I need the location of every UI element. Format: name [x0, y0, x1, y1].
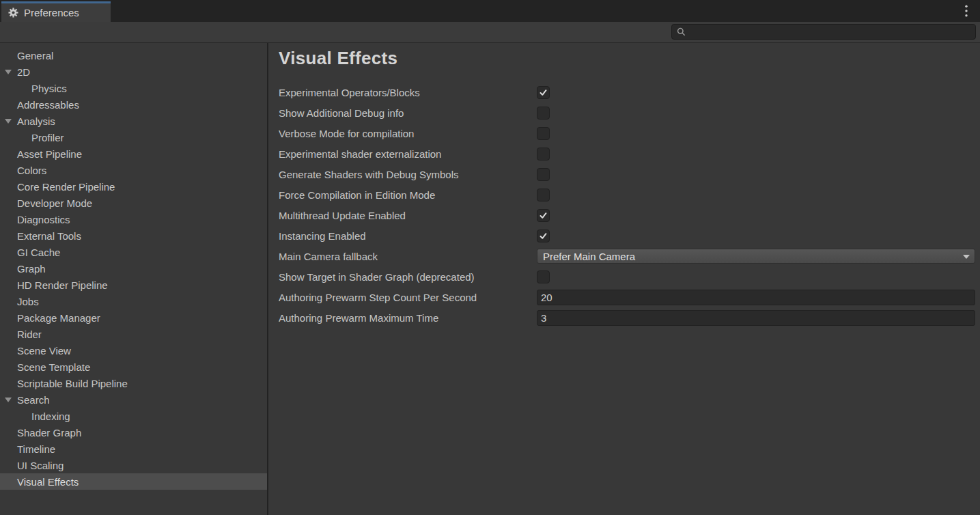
sidebar-item-diagnostics[interactable]: Diagnostics — [0, 211, 267, 227]
setting-row-experimental-operators-blocks: Experimental Operators/Blocks — [279, 82, 975, 102]
sidebar-item-core-render-pipeline[interactable]: Core Render Pipeline — [0, 178, 267, 195]
sidebar-item-scene-template[interactable]: Scene Template — [0, 359, 267, 375]
setting-row-main-camera-fallback: Main Camera fallbackPrefer Main Camera — [279, 246, 975, 266]
sidebar-item-scriptable-build-pipeline[interactable]: Scriptable Build Pipeline — [0, 375, 267, 391]
sidebar-item-label: 2D — [17, 66, 30, 78]
setting-row-multithread-update-enabled: Multithread Update Enabled — [279, 205, 975, 225]
sidebar-item-label: Physics — [31, 83, 67, 94]
sidebar-item-label: HD Render Pipeline — [17, 279, 108, 291]
checkmark-icon — [539, 88, 548, 97]
experimental-operators-blocks-checkbox[interactable] — [537, 86, 550, 99]
show-additional-debug-info-checkbox[interactable] — [537, 107, 550, 120]
sidebar-item-label: Jobs — [17, 296, 39, 307]
settings-list: Experimental Operators/BlocksShow Additi… — [279, 82, 975, 328]
authoring-prewarm-maximum-time-input[interactable] — [537, 310, 975, 326]
experimental-shader-externalization-checkbox[interactable] — [537, 148, 550, 161]
setting-label: Experimental Operators/Blocks — [279, 87, 537, 98]
setting-label: Authoring Prewarm Step Count Per Second — [279, 292, 537, 303]
main-camera-fallback-dropdown[interactable]: Prefer Main Camera — [537, 249, 975, 264]
setting-label: Generate Shaders with Debug Symbols — [279, 169, 537, 180]
force-compilation-in-edition-mode-checkbox[interactable] — [537, 189, 550, 201]
sidebar-item-graph[interactable]: Graph — [0, 260, 267, 277]
sidebar-item-label: Colors — [17, 165, 46, 176]
setting-row-experimental-shader-externalization: Experimental shader externalization — [279, 143, 975, 164]
expander-triangle-icon[interactable] — [5, 398, 12, 402]
sidebar-item-visual-effects[interactable]: Visual Effects — [0, 473, 267, 490]
sidebar-item-label: Indexing — [31, 410, 70, 422]
sidebar-item-developer-mode[interactable]: Developer Mode — [0, 195, 267, 211]
sidebar-item-label: External Tools — [17, 230, 81, 242]
tab-title: Preferences — [24, 7, 79, 18]
instancing-enabled-checkbox[interactable] — [537, 229, 550, 242]
setting-row-verbose-mode-for-compilation: Verbose Mode for compilation — [279, 123, 975, 143]
sidebar-item-label: Search — [17, 394, 50, 406]
setting-row-authoring-prewarm-maximum-time: Authoring Prewarm Maximum Time — [279, 307, 975, 328]
sidebar-item-physics[interactable]: Physics — [0, 80, 267, 96]
sidebar-item-label: Analysis — [17, 115, 55, 127]
sidebar-item-timeline[interactable]: Timeline — [0, 441, 267, 457]
setting-row-show-target-in-shader-graph-deprecated: Show Target in Shader Graph (deprecated) — [279, 266, 975, 287]
sidebar-item-indexing[interactable]: Indexing — [0, 408, 267, 424]
sidebar-item-asset-pipeline[interactable]: Asset Pipeline — [0, 145, 267, 162]
sidebar-item-label: General — [17, 50, 53, 61]
setting-label: Multithread Update Enabled — [279, 210, 537, 221]
authoring-prewarm-step-count-per-second-input[interactable] — [537, 290, 975, 305]
sidebar-item-hd-render-pipeline[interactable]: HD Render Pipeline — [0, 277, 267, 293]
setting-label: Show Additional Debug info — [279, 107, 537, 119]
sidebar-item-label: Visual Effects — [17, 476, 79, 488]
expander-triangle-icon[interactable] — [5, 70, 12, 74]
setting-label: Verbose Mode for compilation — [279, 128, 537, 139]
sidebar-item-label: Addressables — [17, 99, 79, 111]
sidebar-item-profiler[interactable]: Profiler — [0, 129, 267, 145]
sidebar-item-label: Diagnostics — [17, 214, 70, 225]
window-title-bar: Preferences — [0, 0, 980, 22]
sidebar-item-2d[interactable]: 2D — [0, 64, 267, 80]
checkmark-icon — [539, 232, 548, 240]
sidebar-item-ui-scaling[interactable]: UI Scaling — [0, 457, 267, 473]
sidebar-item-label: Package Manager — [17, 312, 100, 324]
sidebar-item-colors[interactable]: Colors — [0, 162, 267, 178]
setting-label: Instancing Enabled — [279, 230, 537, 242]
search-input[interactable] — [689, 24, 975, 40]
checkmark-icon — [539, 211, 548, 220]
sidebar-item-jobs[interactable]: Jobs — [0, 293, 267, 309]
preferences-content: General2DPhysicsAddressablesAnalysisProf… — [0, 43, 980, 515]
generate-shaders-with-debug-symbols-checkbox[interactable] — [537, 168, 550, 181]
setting-label: Authoring Prewarm Maximum Time — [279, 312, 537, 324]
settings-panel: Visual Effects Experimental Operators/Bl… — [268, 43, 980, 515]
gear-icon — [8, 8, 18, 18]
sidebar-item-label: Developer Mode — [17, 197, 92, 209]
setting-row-instancing-enabled: Instancing Enabled — [279, 225, 975, 246]
setting-label: Experimental shader externalization — [279, 148, 537, 160]
sidebar-item-label: Profiler — [31, 132, 64, 143]
setting-row-force-compilation-in-edition-mode: Force Compilation in Edition Mode — [279, 184, 975, 205]
setting-row-show-additional-debug-info: Show Additional Debug info — [279, 102, 975, 123]
sidebar-item-addressables[interactable]: Addressables — [0, 96, 267, 113]
setting-row-generate-shaders-with-debug-symbols: Generate Shaders with Debug Symbols — [279, 164, 975, 184]
sidebar-item-package-manager[interactable]: Package Manager — [0, 309, 267, 326]
expander-triangle-icon[interactable] — [5, 119, 12, 124]
setting-label: Force Compilation in Edition Mode — [279, 189, 537, 201]
sidebar-item-label: UI Scaling — [17, 460, 64, 471]
kebab-menu-icon[interactable] — [962, 5, 971, 17]
sidebar-item-gi-cache[interactable]: GI Cache — [0, 244, 267, 260]
sidebar-item-analysis[interactable]: Analysis — [0, 113, 267, 129]
search-field[interactable] — [671, 24, 976, 40]
toolbar — [0, 22, 980, 43]
sidebar-item-label: Scene Template — [17, 361, 90, 373]
page-title: Visual Effects — [279, 47, 975, 69]
sidebar-item-general[interactable]: General — [0, 47, 267, 64]
sidebar-item-external-tools[interactable]: External Tools — [0, 227, 267, 244]
preferences-tab[interactable]: Preferences — [1, 1, 111, 22]
sidebar-item-search[interactable]: Search — [0, 391, 267, 408]
sidebar-item-label: Asset Pipeline — [17, 148, 82, 160]
show-target-in-shader-graph-deprecated-checkbox[interactable] — [537, 270, 550, 283]
sidebar-item-label: GI Cache — [17, 247, 60, 258]
verbose-mode-for-compilation-checkbox[interactable] — [537, 127, 550, 140]
multithread-update-enabled-checkbox[interactable] — [537, 209, 550, 222]
sidebar-item-scene-view[interactable]: Scene View — [0, 342, 267, 359]
sidebar-item-shader-graph[interactable]: Shader Graph — [0, 424, 267, 441]
sidebar: General2DPhysicsAddressablesAnalysisProf… — [0, 43, 268, 515]
search-icon — [677, 27, 686, 36]
sidebar-item-rider[interactable]: Rider — [0, 326, 267, 342]
